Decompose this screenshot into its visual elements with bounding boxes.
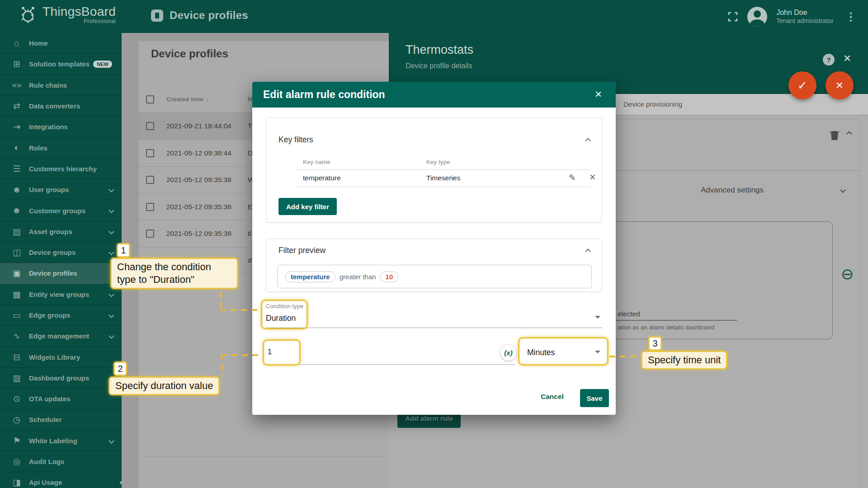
logo-bug-icon	[17, 5, 38, 26]
help-icon[interactable]: ?	[823, 54, 835, 66]
step-badge-1: 1	[117, 243, 130, 258]
sidebar-item-customer-groups[interactable]: ☻Customer groups	[0, 200, 122, 221]
tab-device-provisioning[interactable]: Device provisioning	[623, 100, 682, 108]
filter-preview-heading: Filter preview	[278, 246, 326, 255]
connector-1	[220, 309, 261, 311]
edit-key-filter-icon[interactable]: ✎	[569, 173, 576, 183]
row-checkbox[interactable]	[146, 203, 154, 211]
sidebar-item-asset-groups[interactable]: ▤Asset groups	[0, 221, 122, 242]
chevron-down-icon[interactable]	[595, 316, 600, 319]
sidebar-item-user-groups[interactable]: ☻User groups	[0, 179, 122, 200]
key-filters-card: Key filters Key name Key type temperatur…	[266, 117, 602, 223]
collapse-icon[interactable]	[585, 249, 591, 254]
highlight-condition-type	[261, 300, 308, 329]
column-name-partial[interactable]: N	[248, 96, 252, 103]
user-icon: ☻	[11, 185, 23, 195]
sidebar-item-customers-hierarchy[interactable]: ☰Customers hierarchy	[0, 159, 122, 179]
home-icon: ⌂	[11, 38, 23, 48]
sidebar-item-home[interactable]: ⌂Home	[0, 33, 122, 54]
more-menu-icon[interactable]: ⋮	[843, 10, 859, 23]
apply-changes-fab[interactable]: ✓	[788, 71, 816, 99]
variable-hint-icon[interactable]: (x)	[500, 345, 516, 361]
filter-value-chip[interactable]: 10	[380, 271, 399, 282]
connector-2	[221, 354, 223, 376]
close-panel-icon[interactable]: ×	[844, 51, 851, 66]
callout-2: Specify duration value	[108, 376, 220, 395]
sidebar-item-data-converters[interactable]: ⇄Data converters	[0, 96, 122, 117]
remove-circle-icon[interactable]: ⊖	[841, 265, 854, 283]
key-type-cell: Timeseries	[426, 174, 460, 182]
close-dialog-icon[interactable]: ×	[595, 87, 602, 101]
input-underline	[615, 320, 737, 321]
sidebar-item-dashboard-groups[interactable]: ▥Dashboard groups	[0, 368, 122, 389]
filter-preview-card: Filter preview temperature greater than …	[266, 239, 602, 292]
data-converters-icon: ⇄	[11, 101, 23, 111]
chevron-down-icon	[108, 438, 114, 444]
sidebar-item-ota-updates[interactable]: ⊙OTA updates	[0, 389, 122, 409]
step-badge-3: 3	[648, 336, 662, 351]
add-key-filter-button[interactable]: Add key filter	[278, 198, 337, 215]
key-filters-heading: Key filters	[278, 135, 313, 145]
filter-preview-box: temperature greater than 10	[277, 265, 592, 288]
edge-mgmt-icon: ∿	[11, 331, 23, 341]
column-created-time[interactable]: Created time	[166, 96, 203, 103]
discard-changes-fab[interactable]: ×	[826, 71, 854, 99]
top-bar: Device profiles John Doe Tenant administ…	[0, 0, 868, 33]
row-checkbox[interactable]	[146, 230, 154, 238]
advanced-settings-label[interactable]: Advanced settings	[701, 186, 764, 195]
sidebar-item-scheduler[interactable]: ◷Scheduler	[0, 409, 122, 430]
chevron-down-icon	[108, 249, 114, 255]
sidebar-item-edge-management[interactable]: ∿Edge management	[0, 326, 122, 347]
avatar[interactable]	[747, 7, 767, 27]
dialog-header: Edit alarm rule condition ×	[252, 82, 616, 108]
pagination-divider	[139, 456, 389, 456]
scheduler-icon: ◷	[11, 414, 23, 425]
select-all-checkbox[interactable]	[146, 95, 154, 103]
device-profiles-icon: ▣	[11, 268, 23, 278]
sort-arrow-icon[interactable]: ↓	[206, 96, 209, 103]
sidebar-scroll-down-icon[interactable]: ▼	[118, 480, 123, 485]
sidebar-item-audit-logs[interactable]: ◎Audit Logs	[0, 451, 122, 472]
save-button[interactable]: Save	[580, 389, 609, 407]
filter-key-chip[interactable]: temperature	[285, 271, 335, 282]
sidebar-item-entity-view-groups[interactable]: ▦Entity view groups	[0, 284, 122, 305]
sidebar-item-roles[interactable]: ◐Roles	[0, 137, 122, 158]
connector-3	[609, 356, 641, 357]
asset-icon: ▤	[11, 226, 23, 237]
condition-type-underline	[266, 328, 602, 328]
row-checkbox[interactable]	[146, 149, 154, 157]
connector-2	[221, 354, 263, 356]
edge-groups-icon: ▭	[11, 310, 23, 320]
audit-icon: ◎	[11, 456, 23, 467]
key-name-cell: temperature	[303, 174, 341, 182]
sidebar-item-white-labeling[interactable]: ⚑White Labeling	[0, 431, 122, 451]
ota-icon: ⊙	[11, 394, 23, 404]
column-key-type: Key type	[426, 159, 450, 165]
rule-chains-icon: «»	[11, 80, 23, 90]
chevron-down-icon[interactable]	[840, 187, 846, 193]
delete-icon[interactable]	[830, 129, 840, 141]
sidebar-item-widgets-library[interactable]: ⊟Widgets Library	[0, 347, 122, 367]
thingsboard-logo[interactable]: ThingsBoard Professional	[17, 5, 116, 26]
sidebar-item-rule-chains[interactable]: «»Rule chains	[0, 75, 122, 96]
sidebar-item-device-groups[interactable]: ◫Device groups	[0, 242, 122, 263]
customers-icon: ☻	[11, 206, 23, 216]
cancel-button[interactable]: Cancel	[541, 393, 564, 401]
chevron-down-icon	[108, 208, 114, 214]
collapse-icon[interactable]	[585, 138, 591, 144]
row-checkbox[interactable]	[146, 122, 154, 130]
sidebar-item-device-profiles[interactable]: ▣Device profiles	[0, 263, 122, 284]
white-labeling-icon: ⚑	[11, 436, 23, 446]
sidebar-item-integrations[interactable]: ⇥Integrations	[0, 117, 122, 137]
row-checkbox[interactable]	[146, 176, 154, 184]
step-badge-2: 2	[113, 361, 127, 376]
selected-value-partial: elected	[618, 310, 640, 318]
sidebar-item-solution-templates[interactable]: ⊞Solution templatesNEW	[0, 54, 122, 75]
dashboard-hint-partial: ation as an alarm details dashboard	[618, 324, 714, 331]
fullscreen-icon[interactable]	[727, 11, 738, 22]
collapse-icon[interactable]	[846, 131, 852, 137]
sidebar-item-api-usage[interactable]: ◨Api Usage	[0, 472, 122, 488]
remove-key-filter-icon[interactable]: ×	[590, 171, 595, 183]
callout-3: Specify time unit	[641, 351, 727, 370]
sidebar-item-edge-groups[interactable]: ▭Edge groups	[0, 305, 122, 326]
